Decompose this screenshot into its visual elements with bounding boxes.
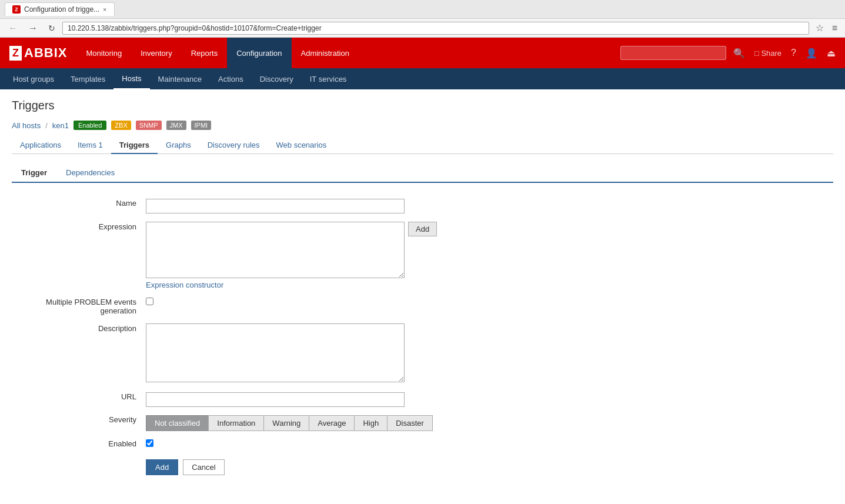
description-row: Description bbox=[12, 319, 833, 388]
badge-ipmi: IPMI bbox=[191, 121, 212, 130]
tab-favicon: Z bbox=[12, 5, 21, 14]
description-label: Description bbox=[12, 319, 141, 388]
severity-group: Not classified Information Warning Avera… bbox=[146, 415, 829, 431]
description-field-cell bbox=[141, 319, 833, 388]
form-tab-dependencies[interactable]: Dependencies bbox=[56, 163, 124, 183]
cancel-button[interactable]: Cancel bbox=[183, 459, 224, 475]
sub-tab-triggers[interactable]: Triggers bbox=[111, 137, 158, 154]
logo: Z ABBIX bbox=[0, 38, 76, 68]
top-nav-menu: Monitoring Inventory Reports Configurati… bbox=[76, 38, 358, 68]
severity-average[interactable]: Average bbox=[309, 415, 354, 431]
severity-disaster[interactable]: Disaster bbox=[387, 415, 433, 431]
sub-tab-graphs[interactable]: Graphs bbox=[158, 137, 199, 154]
expression-field-cell: Add Expression constructor bbox=[141, 218, 833, 293]
expression-constructor-link-cell: Expression constructor bbox=[146, 278, 829, 289]
url-field-cell bbox=[141, 388, 833, 411]
logout-icon[interactable]: ⏏ bbox=[824, 45, 838, 61]
logo-z: Z bbox=[9, 46, 22, 61]
status-badge: Enabled bbox=[74, 121, 106, 130]
multiple-problem-row: Multiple PROBLEM events generation bbox=[12, 293, 833, 319]
badge-snmp: SNMP bbox=[136, 121, 162, 130]
breadcrumb-all-hosts[interactable]: All hosts bbox=[12, 121, 41, 130]
top-nav-right: 🔍 □ Share ? 👤 ⏏ bbox=[620, 45, 845, 61]
secondary-nav: Host groups Templates Hosts Maintenance … bbox=[0, 68, 845, 89]
nav-configuration[interactable]: Configuration bbox=[227, 38, 291, 68]
sub-tabs: Applications Items 1 Triggers Graphs Dis… bbox=[12, 137, 833, 154]
breadcrumb-separator: / bbox=[45, 121, 48, 130]
severity-warning[interactable]: Warning bbox=[263, 415, 309, 431]
browser-chrome: Z Configuration of trigge... × ← → ↻ 10.… bbox=[0, 0, 845, 38]
sub-tab-items[interactable]: Items 1 bbox=[69, 137, 111, 154]
forward-button[interactable]: → bbox=[25, 22, 41, 35]
severity-information[interactable]: Information bbox=[208, 415, 263, 431]
help-icon[interactable]: ? bbox=[789, 45, 799, 61]
browser-tab[interactable]: Z Configuration of trigge... × bbox=[5, 2, 115, 16]
secondary-nav-discovery[interactable]: Discovery bbox=[252, 68, 302, 89]
badge-jmx: JMX bbox=[166, 121, 186, 130]
expression-label: Expression bbox=[12, 218, 141, 293]
multiple-problem-label: Multiple PROBLEM events generation bbox=[12, 293, 141, 319]
multiple-problem-field-cell bbox=[141, 293, 833, 319]
enabled-row: Enabled bbox=[12, 435, 833, 452]
url-row: URL bbox=[12, 388, 833, 411]
enabled-checkbox[interactable] bbox=[146, 439, 153, 447]
add-button[interactable]: Add bbox=[146, 459, 178, 475]
user-icon[interactable]: 👤 bbox=[803, 45, 820, 61]
expression-add-button[interactable]: Add bbox=[408, 222, 437, 236]
multiple-problem-checkbox[interactable] bbox=[146, 298, 153, 305]
browser-titlebar: Z Configuration of trigge... × bbox=[0, 0, 845, 19]
sub-tab-web-scenarios[interactable]: Web scenarios bbox=[268, 137, 335, 154]
enabled-field-cell bbox=[141, 435, 833, 452]
breadcrumb-host[interactable]: ken1 bbox=[52, 121, 69, 130]
name-row: Name bbox=[12, 195, 833, 218]
tab-close-button[interactable]: × bbox=[103, 6, 106, 13]
secondary-nav-host-groups[interactable]: Host groups bbox=[5, 68, 62, 89]
secondary-nav-templates[interactable]: Templates bbox=[62, 68, 113, 89]
enabled-label: Enabled bbox=[12, 435, 141, 452]
nav-monitoring[interactable]: Monitoring bbox=[76, 38, 131, 68]
expression-input-group: Add bbox=[146, 222, 829, 278]
severity-row: Severity Not classified Information Warn… bbox=[12, 411, 833, 435]
form-tab-trigger[interactable]: Trigger bbox=[12, 163, 56, 183]
refresh-button[interactable]: ↻ bbox=[45, 22, 59, 34]
severity-label: Severity bbox=[12, 411, 141, 435]
form-tabs: Trigger Dependencies bbox=[12, 163, 833, 183]
sub-tab-discovery-rules[interactable]: Discovery rules bbox=[199, 137, 268, 154]
search-icon[interactable]: 🔍 bbox=[731, 45, 747, 61]
browser-actions: ☆ ≡ bbox=[813, 21, 840, 35]
top-nav: Z ABBIX Monitoring Inventory Reports Con… bbox=[0, 38, 845, 68]
multiple-problem-checkbox-group bbox=[146, 298, 829, 305]
page-content: Triggers All hosts / ken1 Enabled ZBX SN… bbox=[0, 89, 845, 492]
secondary-nav-it-services[interactable]: IT services bbox=[302, 68, 355, 89]
url-input[interactable] bbox=[146, 392, 405, 407]
search-input[interactable] bbox=[620, 46, 726, 60]
form-actions: Add Cancel bbox=[12, 452, 833, 482]
expression-row: Expression Add Expression constructor bbox=[12, 218, 833, 293]
url-label: URL bbox=[12, 388, 141, 411]
secondary-nav-maintenance[interactable]: Maintenance bbox=[150, 68, 210, 89]
nav-inventory[interactable]: Inventory bbox=[131, 38, 181, 68]
enabled-checkbox-group bbox=[146, 439, 829, 447]
badge-zbx: ZBX bbox=[111, 121, 131, 130]
severity-not-classified[interactable]: Not classified bbox=[146, 415, 208, 431]
form-table: Name Expression Add Expression cons bbox=[12, 195, 833, 452]
expression-textarea[interactable] bbox=[146, 222, 405, 278]
secondary-nav-hosts[interactable]: Hosts bbox=[113, 68, 149, 89]
name-input[interactable] bbox=[146, 199, 405, 213]
browser-toolbar: ← → ↻ 10.220.5.138/zabbix/triggers.php?g… bbox=[0, 19, 845, 38]
severity-field-cell: Not classified Information Warning Avera… bbox=[141, 411, 833, 435]
bookmark-button[interactable]: ☆ bbox=[813, 21, 827, 35]
logo-text: ABBIX bbox=[24, 45, 67, 61]
back-button[interactable]: ← bbox=[5, 22, 21, 35]
sub-tab-applications[interactable]: Applications bbox=[12, 137, 69, 154]
menu-button[interactable]: ≡ bbox=[829, 22, 840, 35]
secondary-nav-actions[interactable]: Actions bbox=[210, 68, 252, 89]
nav-administration[interactable]: Administration bbox=[292, 38, 359, 68]
severity-high[interactable]: High bbox=[354, 415, 387, 431]
share-label[interactable]: □ Share bbox=[752, 46, 784, 60]
address-bar[interactable]: 10.220.5.138/zabbix/triggers.php?groupid… bbox=[62, 22, 809, 35]
expression-constructor-link[interactable]: Expression constructor bbox=[146, 281, 223, 289]
nav-reports[interactable]: Reports bbox=[182, 38, 228, 68]
app: Z ABBIX Monitoring Inventory Reports Con… bbox=[0, 38, 845, 504]
description-textarea[interactable] bbox=[146, 323, 405, 382]
